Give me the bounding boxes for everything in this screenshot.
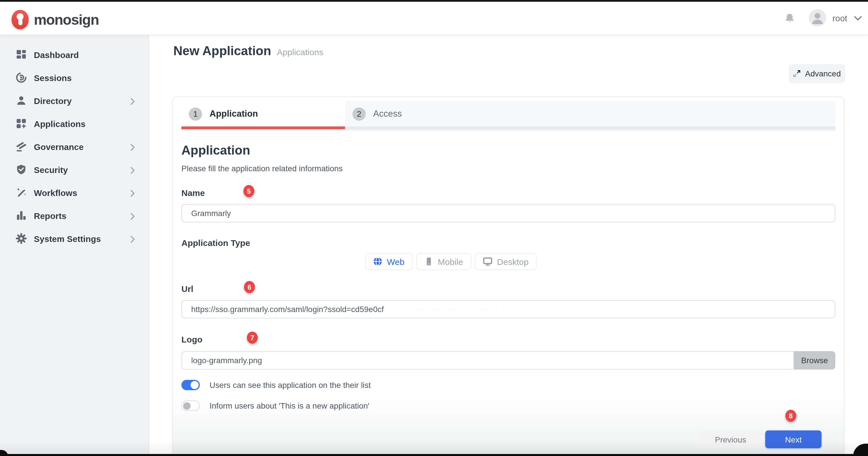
logo-input[interactable] [181, 351, 794, 370]
shield-icon [16, 164, 27, 175]
sidebar-item-label: System Settings [34, 234, 101, 244]
page-head: New Application Applications [174, 44, 323, 59]
globe-icon [373, 257, 382, 266]
gavel-icon [16, 141, 27, 152]
expand-arrows-icon [793, 69, 801, 77]
chevron-right-icon [130, 189, 135, 199]
toggle-knob [191, 381, 198, 389]
breadcrumb: Applications [277, 47, 323, 57]
sidebar-item-label: Applications [34, 119, 86, 129]
application-type-options: Web Mobile Desktop [365, 253, 537, 270]
annotation-badge-7: 7 [247, 332, 258, 344]
tab-application[interactable]: 1 Application [181, 101, 345, 126]
annotation-badge-8: 8 [785, 410, 796, 422]
page-title: New Application [174, 44, 271, 59]
type-option-label: Mobile [438, 257, 463, 266]
logo-label: Logo [181, 335, 203, 344]
bar-chart-icon [16, 210, 27, 221]
type-option-label: Desktop [497, 257, 529, 266]
user-menu[interactable]: root [832, 13, 862, 23]
desktop-icon [483, 257, 493, 266]
bell-icon [784, 12, 795, 24]
sidebar-item-directory[interactable]: Directory [0, 89, 149, 112]
annotation-badge-6: 6 [244, 281, 255, 293]
sidebar-item-applications[interactable]: Applications [0, 112, 149, 135]
url-redacted-segment: ·· · ·· ··· · ·· · · ··· ·· ·· · [399, 306, 517, 313]
sidebar-item-label: Sessions [34, 73, 72, 83]
sidebar-item-label: Directory [34, 96, 72, 106]
brand-name: monosign [34, 11, 99, 28]
chevron-right-icon [130, 212, 135, 222]
chevron-right-icon [130, 235, 135, 246]
sidebar-item-governance[interactable]: Governance [0, 135, 149, 158]
url-label: Url [181, 284, 193, 294]
wizard-tabs: 1 Application 2 Access [181, 101, 835, 131]
url-value: https://sso.grammarly.com/saml/login?sso… [191, 305, 384, 314]
sidebar-item-workflows[interactable]: Workflows [0, 181, 149, 204]
screen-top-edge [0, 0, 868, 2]
notifications-button[interactable] [782, 11, 796, 25]
name-label: Name [181, 188, 205, 198]
sidebar-item-sessions[interactable]: Sessions [0, 66, 149, 89]
chevron-right-icon [130, 97, 135, 108]
avatar[interactable] [809, 9, 826, 26]
screen-bottom-edge [0, 454, 868, 456]
tab-number-badge: 2 [352, 107, 366, 120]
users-can-see-toggle[interactable] [181, 380, 200, 390]
sidebar-item-label: Reports [34, 210, 66, 220]
section-title: Application [181, 143, 250, 158]
type-option-web[interactable]: Web [365, 253, 412, 270]
mobile-icon [424, 257, 433, 266]
sessions-icon [16, 72, 27, 83]
person-silhouette-icon [809, 9, 826, 26]
type-option-label: Web [387, 257, 404, 266]
type-option-mobile[interactable]: Mobile [416, 253, 471, 270]
advanced-button[interactable]: Advanced [789, 64, 844, 82]
sidebar-item-system-settings[interactable]: System Settings [0, 227, 149, 250]
toggle-label: Inform users about 'This is a new applic… [210, 401, 369, 410]
section-subtitle: Please fill the application related info… [181, 164, 343, 173]
sidebar: Dashboard Sessions Directory [0, 35, 149, 456]
sidebar-item-reports[interactable]: Reports [0, 204, 149, 227]
name-input[interactable] [181, 204, 835, 222]
sidebar-item-label: Governance [34, 142, 84, 151]
toggle-label: Users can see this application on the th… [210, 380, 371, 390]
sidebar-item-label: Dashboard [34, 50, 79, 59]
chevron-right-icon [130, 143, 135, 153]
advanced-label: Advanced [805, 69, 841, 78]
user-name: root [832, 13, 847, 23]
inform-users-toggle[interactable] [181, 401, 200, 411]
chevron-down-icon [854, 16, 862, 20]
topbar: monosign root [0, 0, 868, 35]
sidebar-item-dashboard[interactable]: Dashboard [0, 43, 149, 66]
brand-logo[interactable]: monosign [11, 10, 99, 29]
sidebar-item-label: Security [34, 165, 68, 174]
tab-label: Access [373, 109, 402, 119]
sidebar-item-security[interactable]: Security [0, 158, 149, 181]
sidebar-item-label: Workflows [34, 188, 77, 197]
toggle-knob [183, 402, 191, 410]
type-option-desktop[interactable]: Desktop [475, 253, 537, 270]
annotation-badge-5: 5 [243, 185, 254, 197]
next-button[interactable]: Next [765, 430, 822, 448]
new-application-card: 1 Application 2 Access Application Pleas… [172, 96, 844, 456]
browse-button[interactable]: Browse [794, 351, 835, 370]
apps-icon [16, 118, 27, 129]
dashboard-icon [16, 49, 27, 60]
screen: monosign root [0, 0, 868, 456]
tab-track [181, 129, 835, 131]
visibility-toggle-row: Users can see this application on the th… [181, 380, 371, 390]
application-type-label: Application Type [181, 238, 250, 248]
chevron-right-icon [130, 166, 135, 176]
tab-access[interactable]: 2 Access [345, 101, 835, 126]
gear-icon [16, 233, 27, 244]
tab-label: Application [210, 109, 258, 119]
url-input[interactable]: https://sso.grammarly.com/saml/login?sso… [181, 300, 835, 318]
monosign-logo-icon [11, 10, 29, 29]
previous-button[interactable]: Previous [699, 430, 763, 448]
tab-number-badge: 1 [189, 107, 202, 120]
person-icon [16, 95, 27, 106]
wand-icon [16, 187, 27, 198]
inactive-tab-underline [345, 126, 835, 129]
active-tab-underline [181, 126, 345, 129]
